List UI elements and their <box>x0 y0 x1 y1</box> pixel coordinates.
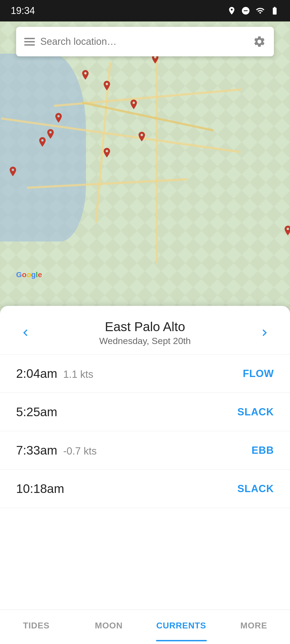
dnd-icon <box>241 6 250 15</box>
bottom-panel: East Palo Alto Wednesday, Sept 20th 2:04… <box>0 306 290 644</box>
menu-line <box>24 38 35 39</box>
entry-time: 2:04am <box>16 366 57 381</box>
current-entry-1: 2:04am 1.1 kts FLOW <box>0 354 290 393</box>
map-marker[interactable] <box>54 113 63 125</box>
tab-active-indicator <box>156 640 207 641</box>
map-marker[interactable] <box>102 148 112 159</box>
status-icons <box>227 6 279 15</box>
search-input[interactable] <box>40 36 248 47</box>
settings-icon[interactable] <box>253 35 266 48</box>
tab-currents[interactable]: CURRENTS <box>145 615 218 636</box>
current-entry-4: 10:18am SLACK <box>0 470 290 508</box>
map-marker[interactable] <box>102 80 112 92</box>
entry-type: FLOW <box>243 368 274 379</box>
tab-label-moon: MOON <box>95 621 123 631</box>
map-marker[interactable] <box>129 99 139 111</box>
map-marker[interactable] <box>283 225 290 237</box>
search-bar <box>16 27 274 56</box>
entry-type: EBB <box>252 445 274 456</box>
menu-button[interactable] <box>24 38 35 46</box>
entry-left: 7:33am -0.7 kts <box>16 443 97 458</box>
panel-header: East Palo Alto Wednesday, Sept 20th <box>0 306 290 354</box>
location-title: East Palo Alto <box>99 319 191 334</box>
status-bar: 19:34 <box>0 0 290 21</box>
entry-left: 2:04am 1.1 kts <box>16 366 93 381</box>
tab-label-more: MORE <box>240 621 267 631</box>
entry-type: SLACK <box>237 406 274 418</box>
menu-line <box>24 41 35 42</box>
tab-label-tides: TIDES <box>23 621 49 631</box>
map-marker[interactable] <box>81 70 90 82</box>
road <box>156 48 158 263</box>
entry-speed: 1.1 kts <box>63 369 93 380</box>
entry-left: 10:18am <box>16 481 70 496</box>
tab-more[interactable]: MORE <box>218 615 290 636</box>
panel-title: East Palo Alto Wednesday, Sept 20th <box>99 319 191 346</box>
tab-moon[interactable]: MOON <box>73 615 145 636</box>
entry-type: SLACK <box>237 483 274 495</box>
map-marker[interactable] <box>8 166 18 178</box>
tab-tides[interactable]: TIDES <box>0 615 73 636</box>
road <box>82 101 214 131</box>
tab-label-currents: CURRENTS <box>156 621 206 631</box>
current-entry-2: 5:25am SLACK <box>0 393 290 431</box>
entry-time: 7:33am <box>16 443 57 458</box>
next-button[interactable] <box>255 323 274 342</box>
panel-date: Wednesday, Sept 20th <box>99 336 191 346</box>
entry-time: 5:25am <box>16 405 57 419</box>
menu-line <box>24 44 35 46</box>
entry-speed: -0.7 kts <box>63 445 97 457</box>
tab-bar: TIDES MOON CURRENTS MORE <box>0 610 290 644</box>
current-entry-3: 7:33am -0.7 kts EBB <box>0 431 290 470</box>
status-time: 19:34 <box>11 5 35 16</box>
location-icon <box>227 6 236 15</box>
currents-list: 2:04am 1.1 kts FLOW 5:25am SLACK 7:33am … <box>0 354 290 610</box>
wifi-icon <box>255 6 265 15</box>
google-logo: Google <box>16 270 42 279</box>
entry-left: 5:25am <box>16 405 63 419</box>
entry-time: 10:18am <box>16 481 64 496</box>
map-marker[interactable] <box>137 131 147 143</box>
prev-button[interactable] <box>16 323 35 342</box>
map-marker[interactable] <box>38 137 47 149</box>
battery-icon <box>270 6 279 15</box>
